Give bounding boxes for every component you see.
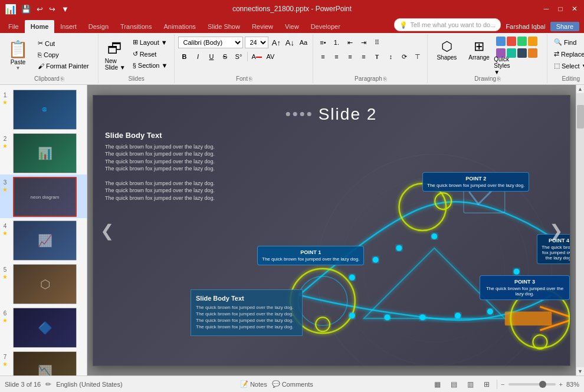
arrange-button[interactable]: ⊞ Arrange [463, 37, 495, 63]
scroll-down-button[interactable]: ▼ [576, 367, 585, 375]
slide-presentation[interactable]: ❮ ❯ Slide 2 Slide Body Text The quick br… [93, 95, 570, 366]
scroll-up-button[interactable]: ▲ [576, 85, 585, 93]
style-swatch-1[interactable] [496, 37, 506, 46]
find-button[interactable]: 🔍 Find [551, 37, 584, 48]
quick-access-toolbar: 💾 ↩ ↪ ▼ [20, 4, 70, 15]
status-icon[interactable]: ✏ [45, 380, 51, 388]
text-direction-button[interactable]: ⟳ [398, 51, 410, 62]
scroll-track[interactable] [576, 93, 585, 367]
redo-icon[interactable]: ↪ [48, 4, 57, 15]
style-swatch-4[interactable] [528, 37, 537, 46]
tell-me-input[interactable]: 💡 Tell me what you want to do... [394, 18, 501, 31]
section-button[interactable]: § Section ▼ [130, 60, 171, 71]
decrease-font-button[interactable]: A↓ [284, 37, 296, 48]
tab-review[interactable]: Review [246, 20, 279, 33]
slide-nav-left-button[interactable]: ❮ [100, 220, 114, 240]
columns-button[interactable]: ⫪ [371, 51, 383, 62]
save-icon[interactable]: 💾 [20, 4, 32, 15]
font-size-select[interactable]: 24 [245, 37, 268, 48]
copy-label: Copy [44, 51, 59, 58]
slide-thumb-1[interactable]: 1 ★ 🌐 [0, 87, 87, 131]
align-center-button[interactable]: ≡ [330, 51, 342, 62]
tab-file[interactable]: File [2, 20, 25, 33]
zoom-out-button[interactable]: − [501, 381, 504, 388]
font-color-button[interactable]: A [251, 51, 263, 62]
underline-button[interactable]: U [205, 51, 217, 62]
tab-developer[interactable]: Developer [305, 20, 346, 33]
shapes-button[interactable]: ⬡ Shapes [431, 37, 462, 63]
slide-thumb-4[interactable]: 4 ★ 📈 [0, 218, 87, 262]
clipboard-group: 📋 Paste ▼ ✂ Cut ⎘ Copy 🖌 Format P [4, 37, 94, 74]
customize-icon[interactable]: ▼ [60, 4, 70, 15]
tab-design[interactable]: Design [83, 20, 114, 33]
copy-button[interactable]: ⎘ Copy [35, 50, 92, 60]
font-family-select[interactable]: Calibri (Body) [178, 37, 243, 48]
minimize-button[interactable]: ─ [542, 4, 551, 14]
format-painter-button[interactable]: 🖌 Format Painter [35, 61, 92, 71]
italic-button[interactable]: I [192, 51, 204, 62]
scroll-thumb[interactable] [577, 105, 584, 129]
tab-home[interactable]: Home [25, 20, 55, 33]
paste-button[interactable]: 📋 Paste ▼ [4, 37, 32, 74]
point4-text: The quick brown fox jumped over the lazy… [542, 245, 570, 261]
bullets-button[interactable]: ≡• [317, 37, 329, 48]
line-spacing-button[interactable]: ↕ [385, 51, 396, 62]
slide-thumb-2[interactable]: 2 ★ 📊 [0, 131, 87, 174]
user-name: Farshad Iqbal [506, 23, 545, 30]
tab-insert[interactable]: Insert [54, 20, 83, 33]
comments-button[interactable]: 💬 Comments [272, 380, 313, 388]
new-slide-button[interactable]: 🗗 NewSlide ▼ [102, 37, 129, 74]
style-swatch-8[interactable] [528, 48, 537, 58]
align-right-button[interactable]: ≡ [344, 51, 356, 62]
maximize-button[interactable]: □ [556, 4, 565, 14]
reset-button[interactable]: ↺ Reset [130, 48, 171, 60]
svg-rect-3 [505, 311, 552, 325]
slide-thumb-6[interactable]: 6 ★ 🔷 [0, 305, 87, 349]
slide-thumb-7[interactable]: 7 ★ 📉 [0, 349, 87, 375]
reading-view-button[interactable]: ⊞ [480, 378, 493, 391]
notes-button[interactable]: 📝 Notes [240, 380, 267, 388]
increase-indent-button[interactable]: ⇥ [357, 37, 369, 48]
layout-button[interactable]: ⊞ Layout ▼ [130, 37, 171, 48]
slide-thumb-3[interactable]: 3 ★ neon diagram [0, 174, 87, 218]
outline-view-button[interactable]: ▤ [447, 378, 460, 391]
align-left-button[interactable]: ≡ [317, 51, 329, 62]
style-swatch-2[interactable] [507, 37, 516, 46]
undo-icon[interactable]: ↩ [35, 4, 44, 15]
share-button[interactable]: Share [550, 22, 579, 31]
tab-view[interactable]: View [279, 20, 305, 33]
drawing-dialog-icon[interactable]: ⎘ [497, 76, 500, 82]
strikethrough-button[interactable]: S [219, 51, 231, 62]
char-spacing-button[interactable]: AV [264, 51, 276, 62]
justify-button[interactable]: ≡ [357, 51, 369, 62]
quick-styles-button[interactable]: Quick Styles ▼ [496, 60, 508, 71]
font-dialog-icon[interactable]: ⎘ [249, 76, 252, 82]
slide-image-4: 📈 [13, 220, 77, 261]
clear-format-button[interactable]: Aa [297, 37, 309, 48]
bold-button[interactable]: B [178, 51, 190, 62]
style-swatch-3[interactable] [517, 37, 527, 46]
slide-thumb-5[interactable]: 5 ★ ⬡ [0, 262, 87, 305]
decrease-indent-button[interactable]: ⇤ [344, 37, 356, 48]
increase-font-button[interactable]: A↑ [270, 37, 282, 48]
cut-button[interactable]: ✂ Cut [35, 38, 92, 49]
select-button[interactable]: ⬚ Select ▼ [551, 60, 584, 71]
clipboard-dialog-icon[interactable]: ⎘ [61, 76, 64, 82]
normal-view-button[interactable]: ▦ [431, 378, 444, 391]
zoom-in-button[interactable]: + [559, 381, 563, 388]
align-text-button[interactable]: ⊤ [412, 51, 424, 62]
smart-art-button[interactable]: ⠿ [371, 37, 383, 48]
numbering-button[interactable]: 1. [330, 37, 342, 48]
text-shadow-button[interactable]: S° [232, 51, 244, 62]
slide-nav-right-button[interactable]: ❯ [549, 220, 563, 240]
tab-transitions[interactable]: Transitions [114, 20, 158, 33]
zoom-level[interactable]: 83% [566, 381, 579, 388]
slide-sorter-button[interactable]: ▥ [464, 378, 477, 391]
style-swatch-7[interactable] [517, 48, 527, 58]
close-button[interactable]: ✕ [570, 4, 579, 14]
tab-slideshow[interactable]: Slide Show [202, 20, 246, 33]
zoom-slider[interactable] [508, 383, 556, 386]
replace-button[interactable]: ⇄ Replace [551, 48, 584, 60]
tab-animations[interactable]: Animations [158, 20, 201, 33]
paragraph-dialog-icon[interactable]: ⎘ [383, 76, 386, 82]
